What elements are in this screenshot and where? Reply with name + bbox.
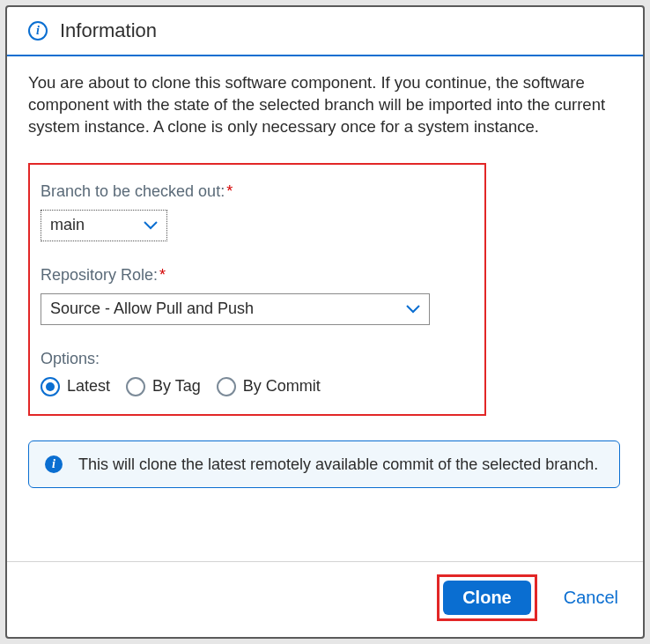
- options-radio-group: Latest By Tag By Commit: [41, 377, 469, 396]
- radio-by-tag[interactable]: By Tag: [126, 377, 201, 396]
- radio-indicator: [126, 377, 145, 396]
- branch-label: Branch to be checked out:*: [41, 182, 469, 201]
- intro-text: You are about to clone this software com…: [28, 72, 622, 138]
- info-icon: i: [28, 21, 48, 41]
- info-message-text: This will clone the latest remotely avai…: [78, 454, 598, 475]
- radio-indicator: [217, 377, 236, 396]
- clone-button[interactable]: Clone: [443, 581, 531, 615]
- chevron-down-icon: [144, 216, 158, 234]
- clone-button-highlight: Clone: [437, 574, 537, 621]
- options-label: Options:: [41, 350, 469, 368]
- dialog-body: You are about to clone this software com…: [7, 56, 643, 561]
- radio-latest[interactable]: Latest: [41, 377, 110, 396]
- branch-select[interactable]: main: [41, 210, 167, 241]
- radio-by-tag-label: By Tag: [152, 377, 201, 396]
- branch-select-value: main: [50, 216, 85, 234]
- role-label: Repository Role:*: [41, 266, 469, 285]
- role-select-value: Source - Allow Pull and Push: [50, 300, 254, 318]
- required-marker: *: [226, 182, 233, 200]
- branch-label-text: Branch to be checked out:: [41, 182, 225, 200]
- dialog-title: Information: [60, 19, 157, 42]
- radio-indicator: [41, 377, 60, 396]
- info-icon: i: [45, 455, 63, 473]
- dialog-header: i Information: [7, 7, 643, 56]
- clone-dialog: i Information You are about to clone thi…: [5, 5, 645, 639]
- chevron-down-icon: [406, 300, 420, 318]
- role-label-text: Repository Role:: [41, 266, 158, 284]
- dialog-footer: Clone Cancel: [7, 561, 643, 637]
- cancel-button[interactable]: Cancel: [560, 581, 622, 615]
- required-marker: *: [159, 266, 166, 284]
- radio-by-commit-label: By Commit: [243, 377, 321, 396]
- radio-by-commit[interactable]: By Commit: [217, 377, 321, 396]
- repository-role-select[interactable]: Source - Allow Pull and Push: [41, 293, 430, 325]
- info-message-strip: i This will clone the latest remotely av…: [28, 440, 620, 488]
- form-highlight-box: Branch to be checked out:* main Reposito…: [28, 163, 486, 416]
- radio-latest-label: Latest: [67, 377, 110, 396]
